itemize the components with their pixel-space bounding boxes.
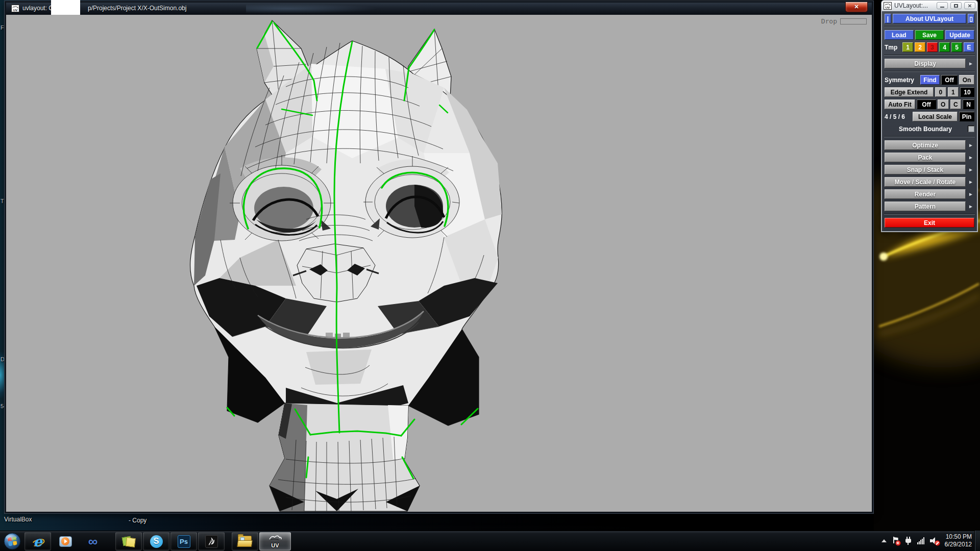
redaction-box [51, 0, 80, 15]
smooth-boundary-label: Smooth Boundary [885, 124, 966, 134]
chevron-right-icon[interactable]: ► [967, 177, 974, 187]
panel-title: UVLayout:... [894, 2, 934, 9]
internet-explorer-icon: e [33, 535, 42, 548]
panel-scroll-right-button[interactable]: ▯ [968, 14, 974, 23]
right-eye [365, 166, 459, 238]
edge-extend-10-button[interactable]: 10 [960, 87, 974, 97]
taskbar-zbrush[interactable] [198, 532, 225, 550]
smooth-boundary-checkbox[interactable] [968, 126, 974, 132]
display-section-button[interactable]: Display [885, 59, 966, 68]
head-mesh [190, 20, 502, 511]
auto-fit-n-button[interactable]: N [963, 99, 974, 109]
tmp-5-button[interactable]: 5 [951, 42, 962, 52]
volume-muted-icon[interactable] [930, 537, 939, 545]
uvlayout-app-icon: UV [884, 2, 892, 10]
auto-fit-button[interactable]: Auto Fit [885, 99, 915, 109]
left-eye [233, 165, 331, 241]
svg-text:UV: UV [886, 6, 890, 9]
auto-fit-c-button[interactable]: C [950, 99, 962, 109]
close-button[interactable]: ✕ [964, 2, 975, 9]
taskbar-file-explorer[interactable] [232, 532, 258, 550]
panel-titlebar[interactable]: UV UVLayout:... ✕ [881, 0, 978, 11]
desktop-icon-label[interactable]: F [1, 24, 4, 31]
panel-scroll-left-button[interactable]: | [885, 14, 891, 23]
symmetry-label: Symmetry [885, 75, 919, 85]
viewport-3d[interactable]: Drop [6, 15, 872, 512]
render-section-button[interactable]: Render [885, 189, 966, 199]
edge-extend-0-button[interactable]: 0 [935, 87, 946, 97]
symmetry-find-button[interactable]: Find [920, 75, 940, 85]
tmp-1-button[interactable]: 1 [902, 42, 913, 52]
photoshop-icon: Ps [178, 535, 190, 548]
taskbar-uvlayout-active[interactable]: UV [259, 532, 291, 550]
desktop-icon-label[interactable]: T [1, 198, 4, 204]
chevron-right-icon[interactable]: ► [967, 59, 974, 68]
panel-body: | About UVLayout ▯ Load Save Update Tmp … [881, 11, 978, 232]
auto-fit-o-button[interactable]: O [938, 99, 949, 109]
clock[interactable]: 10:50 PM 6/29/2012 [945, 533, 972, 548]
local-scale-button[interactable]: Local Scale [913, 112, 958, 121]
taskbar-media-player[interactable] [52, 532, 79, 550]
taskbar-photoshop[interactable]: Ps [170, 532, 197, 550]
folder-icon [237, 536, 253, 547]
mute-badge [935, 540, 940, 546]
symmetry-off-button[interactable]: Off [941, 75, 958, 85]
taskbar-infinity-app[interactable]: ∞ [80, 532, 106, 550]
window-title-suffix: p/Projects/Project X/X-OutSimon.obj [88, 5, 186, 12]
save-button[interactable]: Save [915, 30, 944, 40]
pack-section-button[interactable]: Pack [885, 153, 966, 162]
desktop-icon-label-copy[interactable]: - Copy [129, 517, 146, 524]
tmp-4-button[interactable]: 4 [939, 42, 950, 52]
clock-time: 10:50 PM [945, 533, 972, 541]
close-button[interactable]: ✕ [845, 2, 868, 12]
tmp-2-button[interactable]: 2 [915, 42, 925, 52]
titlebar-glass-sheen [246, 4, 379, 14]
taskbar-skype[interactable]: S [143, 532, 169, 550]
uvlayout-tool-panel: UV UVLayout:... ✕ | About UVLayout ▯ Loa… [881, 0, 978, 232]
model-mesh-canvas[interactable] [6, 15, 872, 512]
chevron-right-icon[interactable]: ► [967, 140, 974, 150]
taskbar-sticky-notes[interactable] [115, 532, 142, 550]
optimize-section-button[interactable]: Optimize [885, 140, 966, 150]
auto-fit-off-button[interactable]: Off [917, 99, 936, 109]
divider [884, 214, 975, 215]
desktop-icon-label[interactable]: D [1, 356, 5, 362]
taskbar-internet-explorer[interactable]: e [24, 532, 51, 550]
pattern-section-button[interactable]: Pattern [885, 202, 966, 211]
show-desktop-button[interactable] [974, 531, 980, 551]
edge-extend-1-button[interactable]: 1 [948, 87, 959, 97]
update-button[interactable]: Update [945, 30, 974, 40]
system-tray: ✕ 10:50 PM 6/29/2012 [881, 531, 972, 551]
start-button[interactable] [4, 533, 21, 550]
chevron-right-icon[interactable]: ► [967, 165, 974, 174]
pin-button[interactable]: Pin [959, 112, 974, 121]
load-button[interactable]: Load [885, 30, 914, 40]
snap-stack-section-button[interactable]: Snap / Stack [885, 165, 966, 174]
chevron-right-icon[interactable]: ► [967, 153, 974, 162]
chevron-right-icon[interactable]: ► [967, 189, 974, 199]
symmetry-on-button[interactable]: On [959, 75, 974, 85]
exit-button[interactable]: Exit [885, 218, 974, 228]
minimize-button[interactable] [937, 2, 948, 9]
edge-extend-button[interactable]: Edge Extend [885, 87, 934, 97]
about-uvlayout-button[interactable]: About UVLayout [893, 14, 966, 23]
network-signal-icon[interactable] [917, 537, 924, 544]
chevron-right-icon[interactable]: ► [967, 202, 974, 211]
action-center-icon[interactable]: ✕ [892, 537, 899, 545]
tmp-e-button[interactable]: E [964, 42, 974, 52]
move-scale-rotate-section-button[interactable]: Move / Scale / Rotate [885, 177, 966, 187]
divider [884, 26, 975, 27]
power-plug-icon[interactable] [905, 537, 912, 545]
zbrush-icon [205, 535, 218, 548]
clock-date: 6/29/2012 [945, 541, 972, 548]
scale-keys-label: 4 / 5 / 6 [885, 112, 911, 121]
media-player-icon [59, 536, 72, 547]
main-window-titlebar[interactable]: UV uvlayout: C:/Users p/Projects/Project… [6, 3, 872, 15]
desktop-icon-label-virtualbox[interactable]: VirtualBox [4, 516, 32, 523]
show-hidden-icons-button[interactable] [881, 539, 887, 542]
svg-text:UV: UV [13, 9, 17, 12]
divider [884, 55, 975, 56]
skype-icon: S [150, 535, 163, 548]
tmp-3-button[interactable]: 3 [927, 42, 938, 52]
maximize-button[interactable] [950, 2, 962, 9]
